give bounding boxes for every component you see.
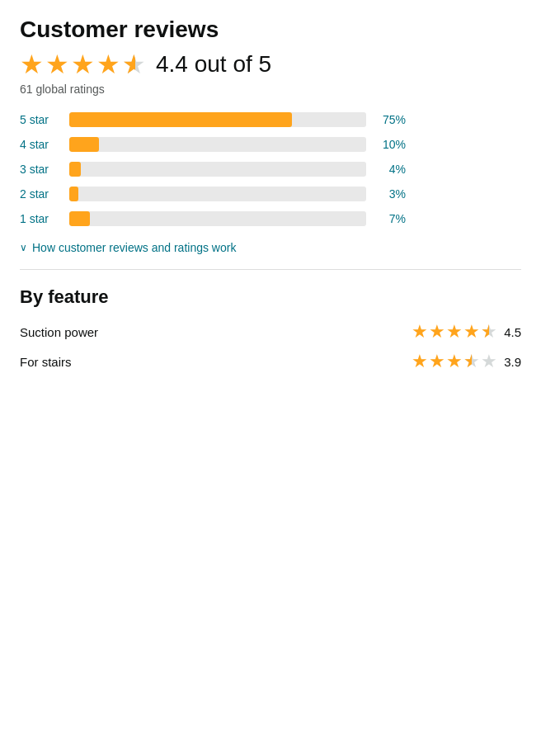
rating-row-4star[interactable]: 4 star 10%: [20, 137, 521, 152]
feature-right-for-stairs: ★ ★ ★ ★ ★ 3.9: [412, 352, 521, 371]
overall-stars: ★ ★ ★ ★ ★: [20, 51, 146, 78]
bar-track-3star: [69, 162, 366, 177]
rating-row-2star[interactable]: 2 star 3%: [20, 187, 521, 201]
feat-star-sp-4: ★: [463, 323, 480, 341]
bar-fill-1star: [69, 211, 90, 226]
star-1: ★: [20, 51, 44, 78]
feat-star-fs-5-empty: ★: [481, 352, 497, 371]
rating-pct-3star: 4%: [374, 163, 406, 176]
feat-star-sp-5-half: ★: [481, 323, 497, 341]
rating-label-2star[interactable]: 2 star: [20, 187, 61, 201]
feature-name-suction-power: Suction power: [20, 325, 98, 339]
bar-track-1star: [69, 211, 366, 226]
feat-star-sp-1: ★: [412, 323, 428, 341]
feature-row-suction-power: Suction power ★ ★ ★ ★ ★ 4.5: [20, 323, 521, 341]
rating-pct-1star: 7%: [374, 212, 406, 225]
how-reviews-link[interactable]: ∨ How customer reviews and ratings work: [20, 241, 521, 254]
bar-track-2star: [69, 187, 366, 201]
feature-stars-for-stairs: ★ ★ ★ ★ ★: [412, 352, 497, 371]
rating-label-1star[interactable]: 1 star: [20, 212, 61, 225]
global-ratings: 61 global ratings: [20, 83, 521, 96]
bar-fill-2star: [69, 187, 78, 201]
rating-label-3star[interactable]: 3 star: [20, 163, 61, 176]
bar-track-4star: [69, 137, 366, 152]
rating-label-5star[interactable]: 5 star: [20, 113, 61, 126]
bar-fill-5star: [69, 112, 292, 127]
feature-right-suction-power: ★ ★ ★ ★ ★ 4.5: [412, 323, 521, 341]
rating-row-5star[interactable]: 5 star 75%: [20, 112, 521, 127]
by-feature-section: By feature Suction power ★ ★ ★ ★ ★ 4.5 F…: [20, 286, 521, 371]
feat-star-sp-3: ★: [446, 323, 463, 341]
feat-star-fs-4-half: ★: [463, 352, 480, 371]
rating-row-1star[interactable]: 1 star 7%: [20, 211, 521, 226]
feature-name-for-stairs: For stairs: [20, 355, 72, 369]
bar-fill-4star: [69, 137, 99, 152]
star-3: ★: [71, 51, 95, 78]
rating-pct-2star: 3%: [374, 187, 406, 201]
feature-score-for-stairs: 3.9: [504, 355, 521, 369]
overall-score: 4.4 out of 5: [156, 51, 271, 78]
rating-label-4star[interactable]: 4 star: [20, 138, 61, 151]
feat-star-fs-3: ★: [446, 352, 463, 371]
bar-track-5star: [69, 112, 366, 127]
section-divider: [20, 269, 521, 270]
star-2: ★: [45, 51, 69, 78]
how-reviews-text: How customer reviews and ratings work: [32, 241, 236, 254]
rating-row-3star[interactable]: 3 star 4%: [20, 162, 521, 177]
bar-fill-3star: [69, 162, 81, 177]
feat-star-sp-2: ★: [429, 323, 445, 341]
feat-star-fs-1: ★: [412, 352, 428, 371]
chevron-down-icon: ∨: [20, 242, 27, 253]
feature-stars-suction-power: ★ ★ ★ ★ ★: [412, 323, 497, 341]
by-feature-title: By feature: [20, 286, 521, 308]
page-title: Customer reviews: [20, 17, 521, 43]
rating-bars: 5 star 75% 4 star 10% 3 star 4% 2 star 3…: [20, 112, 521, 226]
rating-pct-5star: 75%: [374, 113, 406, 126]
star-4: ★: [96, 51, 120, 78]
rating-pct-4star: 10%: [374, 138, 406, 151]
star-5-half: ★: [122, 51, 146, 78]
overall-rating-row: ★ ★ ★ ★ ★ 4.4 out of 5: [20, 51, 521, 78]
feat-star-fs-2: ★: [429, 352, 445, 371]
feature-score-suction-power: 4.5: [504, 325, 521, 339]
feature-row-for-stairs: For stairs ★ ★ ★ ★ ★ 3.9: [20, 352, 521, 371]
